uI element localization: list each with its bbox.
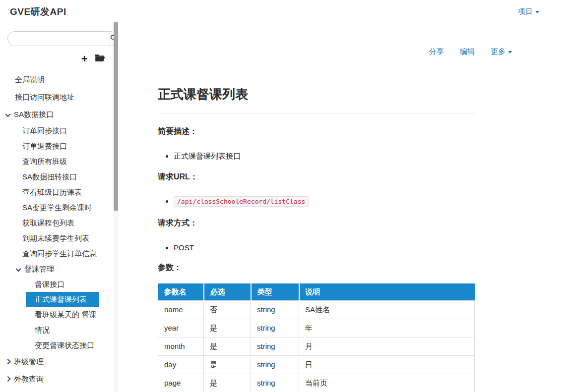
sidebar-item[interactable]: 到期未续费学生列表	[0, 230, 114, 246]
params-col-header: 说明	[299, 283, 475, 301]
caret-down-icon	[15, 266, 21, 272]
sidebar-item[interactable]: SA用户管理	[0, 388, 114, 392]
table-cell: 日	[299, 356, 475, 374]
url-item: /api/classSchooleRecord/listClass	[174, 196, 475, 207]
params-col-header: 必选	[204, 283, 251, 301]
app-header: GVE研发API 项目	[0, 0, 573, 22]
table-cell: day	[158, 356, 204, 374]
sidebar-item-label: 获取课程包列表	[22, 219, 74, 227]
params-col-header: 类型	[251, 283, 299, 301]
caret-down-icon	[5, 112, 10, 117]
page-actions: 分享 编辑 更多	[415, 47, 512, 56]
sidebar-item[interactable]: SA变更学生剩余课时	[0, 200, 114, 215]
table-cell: string	[251, 337, 299, 356]
table-row: name否stringSA姓名	[158, 301, 475, 319]
table-cell: string	[251, 374, 299, 392]
table-cell: 是	[204, 319, 251, 337]
sidebar-item[interactable]: 外教查询	[0, 370, 114, 388]
brief-item: 正式课督课列表接口	[174, 151, 475, 161]
sidebar-item[interactable]: 获取课程包列表	[0, 215, 114, 230]
sidebar-item-label: 查询所有班级	[22, 157, 67, 166]
sidebar-scrollbar-track[interactable]	[114, 22, 118, 392]
table-cell: 是	[204, 356, 251, 374]
sidebar-item-label: 班级管理	[14, 357, 44, 366]
table-cell: string	[251, 356, 299, 374]
sidebar-item-label: 查询同步学生订单信息	[22, 249, 97, 258]
params-col-header: 参数名	[158, 283, 204, 301]
plus-icon[interactable]: +	[81, 54, 88, 64]
edit-link[interactable]: 编辑	[460, 47, 475, 56]
table-cell: 否	[204, 301, 251, 319]
sidebar-item[interactable]: 督课接口	[0, 277, 114, 292]
sidebar-item-label: 正式课督课列表	[35, 295, 87, 303]
sidebar-item[interactable]: 查询所有班级	[0, 154, 114, 169]
caret-right-icon	[5, 376, 10, 382]
sidebar-item-label: 外教查询	[14, 375, 44, 383]
caret-down-icon	[508, 51, 512, 54]
sidebar-item-selected[interactable]: 正式课督课列表	[26, 292, 99, 307]
table-cell: month	[158, 337, 204, 356]
caret-down-icon	[535, 11, 539, 13]
sidebar: + 全局说明接口访问联调地址SA数据接口订单同步接口订单退费接口查询所有班级SA…	[0, 22, 114, 392]
api-doc-article: 正式课督课列表 简要描述： 正式课督课列表接口 请求URL： /api/clas…	[158, 86, 475, 392]
params-table: 参数名必选类型说明 name否stringSA姓名year是string年mon…	[158, 283, 475, 392]
table-row: year是string年	[158, 319, 475, 337]
caret-right-icon	[5, 359, 10, 364]
project-menu-label: 项目	[518, 7, 533, 15]
folder-icon[interactable]	[95, 54, 105, 64]
params-heading: 参数：	[158, 263, 475, 273]
method-item: POST	[174, 243, 475, 253]
params-table-header-row: 参数名必选类型说明	[158, 283, 475, 301]
sidebar-item-label: 督课接口	[35, 280, 64, 288]
more-menu-label: 更多	[491, 47, 506, 56]
sidebar-item[interactable]: 班级管理	[0, 353, 114, 370]
sidebar-item[interactable]: 变更督课状态接口	[0, 337, 114, 353]
share-link[interactable]: 分享	[429, 47, 444, 56]
search-input[interactable]	[7, 31, 110, 46]
sidebar-item-label: 看班级某天的 督课 情况	[35, 310, 96, 334]
sidebar-item-label: 到期未续费学生列表	[22, 234, 89, 242]
sidebar-item[interactable]: SA数据扭转接口	[0, 169, 114, 184]
sidebar-item-label: 查看班级日历课表	[22, 188, 82, 196]
title-divider	[158, 113, 475, 113]
table-cell: 是	[204, 337, 251, 356]
table-cell: 年	[299, 319, 475, 337]
sidebar-item-label: 订单同步接口	[22, 126, 67, 135]
sidebar-item-label: 督課管理	[24, 265, 54, 273]
main-content: 分享 编辑 更多 正式课督课列表 简要描述： 正式课督课列表接口 请求URL： …	[118, 22, 573, 392]
sidebar-item[interactable]: 查询同步学生订单信息	[0, 246, 114, 261]
table-row: month是string月	[158, 337, 475, 356]
sidebar-item[interactable]: 全局说明	[0, 71, 114, 88]
table-cell: 月	[299, 337, 475, 356]
sidebar-item[interactable]: 接口访问联调地址	[0, 88, 114, 106]
search-group	[7, 31, 108, 46]
sidebar-toolbar: +	[0, 54, 105, 65]
project-menu[interactable]: 项目	[518, 7, 539, 16]
app-logo: GVE研发API	[10, 5, 66, 18]
url-heading: 请求URL：	[158, 172, 475, 182]
sidebar-item[interactable]: 订单退费接口	[0, 138, 114, 154]
sidebar-item-label: 订单退费接口	[22, 142, 67, 150]
table-cell: string	[251, 319, 299, 337]
sidebar-scrollbar-thumb[interactable]	[114, 22, 118, 211]
sidebar-item[interactable]: 看班级某天的 督课 情况	[0, 307, 114, 337]
table-cell: 是	[204, 374, 251, 392]
table-cell: name	[158, 301, 204, 319]
sidebar-item[interactable]: 订单同步接口	[0, 123, 114, 138]
sidebar-item-label: SA数据扭转接口	[22, 172, 77, 181]
table-cell: year	[158, 319, 204, 337]
sidebar-item-label: 全局说明	[15, 75, 45, 84]
sidebar-item-label: SA数据接口	[14, 110, 54, 118]
sidebar-item[interactable]: 查看班级日历课表	[0, 184, 114, 200]
page-title: 正式课督课列表	[158, 86, 475, 103]
api-url-code: /api/classSchooleRecord/listClass	[174, 196, 309, 207]
sidebar-item[interactable]: 督課管理	[0, 261, 114, 277]
table-row: page是string当前页	[158, 374, 475, 392]
sidebar-tree: 全局说明接口访问联调地址SA数据接口订单同步接口订单退费接口查询所有班级SA数据…	[0, 71, 114, 392]
table-cell: 当前页	[299, 374, 475, 392]
method-heading: 请求方式：	[158, 218, 475, 228]
table-cell: page	[158, 374, 204, 392]
sidebar-item[interactable]: SA数据接口	[0, 106, 114, 123]
sidebar-item-label: 接口访问联调地址	[15, 93, 74, 101]
more-menu[interactable]: 更多	[491, 47, 512, 56]
